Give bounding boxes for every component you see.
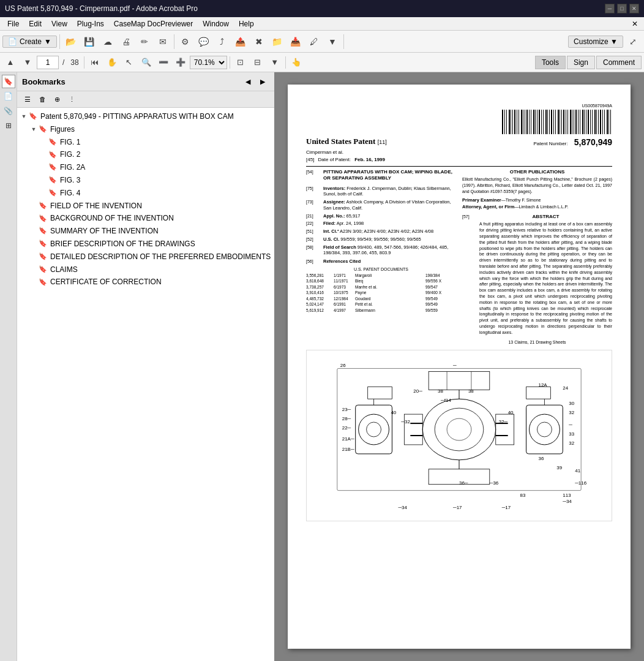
ref-4: 3,910,416 10/1975 Payne 99/400 X (306, 290, 456, 295)
patent-drawing-area: 26 ─ 24 23─ 28─ 22─ 21A─ 21B─ 12A 30 32 … (306, 350, 612, 521)
filed-row: [22] Filed: Apr. 24, 1998 (306, 221, 456, 227)
bookmark-detailed[interactable]: ▶ 🔖 DETAILED DESCRIPTION OF THE PREFERRE… (17, 251, 274, 263)
bookmark-icon-background: 🔖 (38, 213, 48, 223)
minimize-button[interactable]: ─ (605, 4, 615, 13)
create-button[interactable]: 📄 Create ▼ (2, 36, 57, 48)
bookmark-brief[interactable]: ▶ 🔖 BRIEF DESCRIPTION OF THE DRAWINGS (17, 238, 274, 251)
open-button[interactable]: 📂 (62, 33, 80, 50)
nav-up-button[interactable]: ▲ (2, 55, 18, 70)
more-button[interactable]: ▼ (324, 33, 341, 50)
attachments-strip-button[interactable]: 📎 (2, 104, 15, 118)
close-button[interactable]: ✕ (629, 4, 639, 13)
customize-button[interactable]: Customize ▼ (568, 36, 623, 48)
bookmark-more-button[interactable]: ⋮ (65, 93, 78, 106)
zoom-in-button[interactable]: 🔍 (138, 55, 154, 70)
fit-width-button[interactable]: ⊟ (250, 55, 266, 70)
patent-divider (306, 166, 612, 167)
examiner-line: Primary Examiner—Timothy F. Simone (462, 197, 612, 203)
bookmark-root[interactable]: ▼ 🔖 Patent 5,870,949 - PITTING APPARATUS… (17, 110, 274, 123)
sign-toolbar-button[interactable]: 🖊 (305, 33, 323, 50)
print-button[interactable]: 🖨 (118, 33, 135, 50)
pages-strip-button[interactable]: 📄 (2, 89, 15, 103)
upload-button[interactable]: ☁ (99, 33, 116, 50)
fos-row: [58] Field of Search 99/400, 489, 547-56… (306, 244, 456, 257)
toolbar-separator-3 (343, 34, 344, 49)
bookmark-summary[interactable]: ▶ 🔖 SUMMARY OF THE INVENTION (17, 225, 274, 238)
delete-button[interactable]: ✖ (250, 33, 268, 50)
maximize-button[interactable]: □ (617, 4, 627, 13)
menu-plugins[interactable]: Plug-Ins (72, 18, 109, 29)
patent-inventor-name: Cimperman et al. (306, 149, 387, 156)
share-button[interactable]: ⤴ (214, 33, 231, 50)
barcode-image (502, 110, 612, 134)
send-button[interactable]: 📤 (232, 33, 249, 50)
svg-text:─32: ─32 (400, 419, 410, 425)
expand-panel-button[interactable]: ▶ (256, 75, 269, 88)
bookmark-certificate[interactable]: ▶ 🔖 CERTIFICATE OF CORRECTION (17, 276, 274, 289)
bookmark-field[interactable]: ▶ 🔖 FIELD OF THE INVENTION (17, 200, 274, 213)
bookmark-add-button[interactable]: ⊕ (50, 93, 64, 106)
menu-close[interactable]: ✕ (628, 18, 642, 29)
pdf-area[interactable]: US005870949A United States Patent [11] C… (274, 72, 644, 661)
layers-strip-button[interactable]: ⊞ (2, 119, 15, 132)
nav-separator-1 (84, 56, 84, 69)
bookmark-fig4[interactable]: ▶ 🔖 FIG. 4 (17, 187, 274, 200)
menu-casemap[interactable]: CaseMap DocPreviewer (109, 18, 198, 29)
bookmark-background[interactable]: ▶ 🔖 BACKGROUND OF THE INVENTION (17, 212, 274, 225)
fit-page-button[interactable]: ⊡ (233, 55, 249, 70)
edit-button[interactable]: ✏ (136, 33, 153, 50)
ref-5: 4,485,732 12/1984 Goudard 99/549 (306, 297, 456, 301)
menu-file[interactable]: File (2, 18, 24, 29)
menu-window[interactable]: Window (198, 18, 234, 29)
settings-button[interactable]: ⚙ (177, 33, 194, 50)
comment-button[interactable]: Comment (596, 56, 642, 69)
bookmark-fig3[interactable]: ▶ 🔖 FIG. 3 (17, 174, 274, 187)
appl-content: Appl. No.: 65,917 (323, 213, 456, 219)
us-patents-label: U.S. PATENT DOCUMENTS (306, 266, 456, 272)
bookmark-options-button[interactable]: ☰ (21, 93, 34, 106)
bookmark-delete-button[interactable]: 🗑 (36, 93, 49, 106)
export-button[interactable]: 📁 (269, 33, 286, 50)
cursor-button[interactable]: ↖ (121, 55, 137, 70)
bookmark-claims[interactable]: ▶ 🔖 CLAIMS (17, 263, 274, 276)
zoom-select[interactable]: 70.1% 50% 75% 100% 125% 150% (190, 56, 227, 69)
bookmark-figures[interactable]: ▼ 🔖 Figures (17, 123, 274, 136)
save-button[interactable]: 💾 (81, 33, 98, 50)
page-input[interactable] (37, 56, 59, 69)
menu-view[interactable]: View (47, 18, 72, 29)
bookmark-label-root: Patent 5,870,949 - PITTING APPARATUS WIT… (40, 111, 234, 122)
bookmark-toggle-root[interactable]: ▼ (20, 111, 28, 121)
bookmark-toggle-figures[interactable]: ▼ (29, 124, 38, 134)
bookmarks-header-buttons: ◀ ▶ (241, 75, 269, 88)
bookmark-icon-fig3: 🔖 (48, 175, 58, 185)
collapse-panel-button[interactable]: ◀ (241, 75, 255, 88)
email-button[interactable]: ✉ (154, 33, 171, 50)
menu-help[interactable]: Help (234, 18, 259, 29)
pan-button[interactable]: ✋ (104, 55, 120, 70)
first-page-button[interactable]: ⏮ (87, 55, 103, 70)
tools-button[interactable]: Tools (535, 56, 566, 69)
zoom-in2-button[interactable]: ➕ (173, 55, 189, 70)
svg-point-6 (367, 422, 381, 437)
bookmark-fig1[interactable]: ▶ 🔖 FIG. 1 (17, 136, 274, 149)
expand-button[interactable]: ⤢ (624, 33, 642, 50)
ref-6: 5,024,147 6/1991 Petit et al. 99/549 (306, 302, 456, 307)
import-button[interactable]: 📥 (287, 33, 304, 50)
bookmark-fig2a[interactable]: ▶ 🔖 FIG. 2A (17, 161, 274, 174)
svg-text:─34: ─34 (562, 498, 572, 504)
sign-button[interactable]: Sign (567, 56, 595, 69)
bookmark-label-fig2a: FIG. 2A (60, 162, 85, 173)
comment-toolbar-button[interactable]: 💬 (195, 33, 212, 50)
title-bar: US Patent 5,870,949 - Cimperman.pdf - Ad… (0, 0, 644, 17)
nav-separator-2 (230, 56, 230, 69)
bookmark-fig2[interactable]: ▶ 🔖 FIG. 2 (17, 148, 274, 161)
svg-text:40: 40 (508, 410, 514, 415)
pointer-button[interactable]: 👆 (288, 55, 304, 70)
svg-text:113: 113 (563, 492, 571, 497)
menu-edit[interactable]: Edit (24, 18, 47, 29)
nav-down-button[interactable]: ▼ (20, 55, 36, 70)
bookmark-label-fig4: FIG. 4 (60, 188, 80, 198)
zoom-out-button[interactable]: ➖ (155, 55, 171, 70)
bookmarks-strip-button[interactable]: 🔖 (2, 75, 15, 88)
nav-more-button[interactable]: ▼ (267, 55, 283, 70)
